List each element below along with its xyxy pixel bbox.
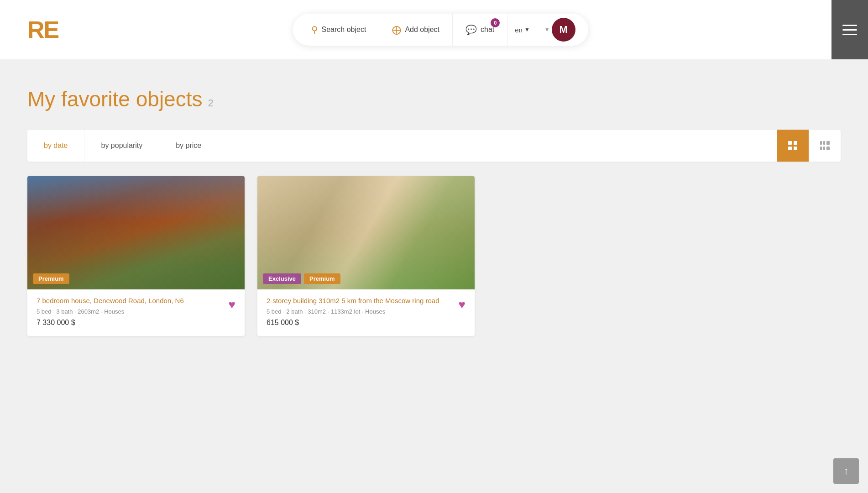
property-image-2 <box>257 176 475 289</box>
search-object-nav-item[interactable]: ⚲ Search object <box>298 14 380 46</box>
language-selector[interactable]: en ▼ <box>507 26 537 34</box>
add-object-nav-item[interactable]: ⨁ Add object <box>379 14 453 46</box>
svg-rect-0 <box>788 141 792 145</box>
svg-rect-1 <box>794 141 797 145</box>
svg-rect-8 <box>823 147 825 150</box>
card-details-1: 5 bed · 3 bath · 2603m2 · Houses <box>37 308 235 315</box>
svg-rect-6 <box>826 141 830 145</box>
header-nav: ⚲ Search object ⨁ Add object 💬 chat 0 en… <box>293 14 588 46</box>
lang-label: en <box>515 26 523 34</box>
card-title-2: 2-storey building 310m2 5 km from the Mo… <box>267 297 465 304</box>
filter-by-popularity[interactable]: by popularity <box>84 130 159 162</box>
main-content: My favorite objects 2 by date by popular… <box>0 59 868 363</box>
hamburger-line-1 <box>842 25 857 26</box>
card-image-wrapper-2: Exclusive Premium <box>257 176 475 289</box>
chat-badge: 0 <box>491 18 500 27</box>
hamburger-line-3 <box>842 34 857 35</box>
property-image-1 <box>27 176 245 289</box>
card-body-1: 7 bedroom house, Denewood Road, London, … <box>27 289 245 336</box>
badge-exclusive-2: Exclusive <box>263 273 301 284</box>
favorite-button-2[interactable]: ♥ <box>459 298 465 312</box>
property-card-2[interactable]: Exclusive Premium 2-storey building 310m… <box>257 176 475 336</box>
card-price-2: 615 000 $ <box>267 319 465 327</box>
chevron-down-icon: ▼ <box>524 26 530 33</box>
badge-premium-1: Premium <box>33 273 69 284</box>
page-count: 2 <box>208 97 213 109</box>
site-header: RE ⚲ Search object ⨁ Add object 💬 chat 0… <box>0 0 868 59</box>
logo-text: RE <box>27 18 58 42</box>
avatar-chevron-icon: ▼ <box>544 26 550 33</box>
back-to-top-button[interactable]: ↑ <box>833 458 859 484</box>
page-title: My favorite objects <box>27 87 202 111</box>
property-card-1[interactable]: Premium 7 bedroom house, Denewood Road, … <box>27 176 245 336</box>
user-avatar-wrapper[interactable]: ▼ M <box>537 18 583 42</box>
view-toggle <box>777 130 841 162</box>
favorite-button-1[interactable]: ♥ <box>229 298 235 312</box>
grid-view-button[interactable] <box>777 130 809 162</box>
list-view-button[interactable] <box>809 130 841 162</box>
card-details-2: 5 bed · 2 bath · 310m2 · 1133m2 lot · Ho… <box>267 308 465 315</box>
card-badges-1: Premium <box>33 273 69 284</box>
filter-by-date[interactable]: by date <box>27 130 84 162</box>
search-object-label: Search object <box>322 26 366 34</box>
svg-rect-9 <box>826 147 830 150</box>
filter-by-price[interactable]: by price <box>159 130 218 162</box>
list-icon <box>820 141 830 151</box>
chat-nav-item[interactable]: 💬 chat 0 <box>453 14 507 46</box>
card-image-wrapper-1: Premium <box>27 176 245 289</box>
property-cards-grid: Premium 7 bedroom house, Denewood Road, … <box>27 176 475 336</box>
svg-rect-7 <box>820 147 822 150</box>
chat-icon: 💬 <box>465 24 477 35</box>
page-title-wrapper: My favorite objects 2 <box>27 87 841 111</box>
card-title-1: 7 bedroom house, Denewood Road, London, … <box>37 297 235 304</box>
svg-rect-4 <box>820 141 822 145</box>
badge-premium-2: Premium <box>304 273 340 284</box>
grid-icon <box>788 141 798 151</box>
logo[interactable]: RE <box>27 18 58 42</box>
filter-options: by date by popularity by price <box>27 130 218 162</box>
card-badges-2: Exclusive Premium <box>263 273 340 284</box>
svg-rect-5 <box>823 141 825 145</box>
hamburger-line-2 <box>842 29 857 31</box>
filter-bar: by date by popularity by price <box>27 130 841 162</box>
chat-label: chat <box>481 26 494 34</box>
hamburger-menu-button[interactable] <box>831 0 868 59</box>
add-object-label: Add object <box>405 26 439 34</box>
svg-rect-2 <box>788 147 792 150</box>
search-icon: ⚲ <box>311 24 318 35</box>
svg-rect-3 <box>794 147 797 150</box>
add-icon: ⨁ <box>392 24 401 35</box>
avatar: M <box>552 18 575 42</box>
card-price-1: 7 330 000 $ <box>37 319 235 327</box>
card-body-2: 2-storey building 310m2 5 km from the Mo… <box>257 289 475 336</box>
